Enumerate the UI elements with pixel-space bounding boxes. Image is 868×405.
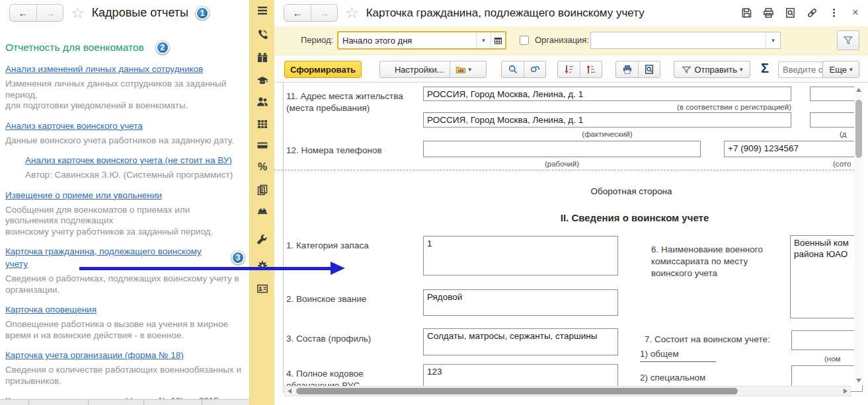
generate-button[interactable]: Сформировать (284, 61, 362, 78)
field-value[interactable]: РОССИЯ, Город Москва, Ленина, д. 1 (423, 112, 791, 128)
sections-sidebar: % (249, 0, 274, 405)
more-button[interactable]: Еще▾ (822, 61, 859, 78)
field-value[interactable]: 1 (423, 236, 618, 276)
field-value[interactable]: РОССИЯ, Город Москва, Ленина, д. 1 (423, 87, 791, 101)
step-badge-2: 2 (156, 41, 169, 54)
get-link-icon[interactable] (806, 7, 818, 18)
report-link[interactable]: Извещение о приеме или увольнении (5, 189, 245, 202)
percent-icon[interactable]: % (256, 161, 268, 173)
search-icon[interactable] (502, 61, 524, 77)
field-value[interactable] (423, 141, 701, 157)
settings-button[interactable]: Настройки... (389, 61, 450, 77)
page-title: Кадровые отчеты (92, 6, 188, 20)
sort-descending-icon[interactable] (559, 61, 580, 77)
nav-history-group: ← → (9, 4, 63, 22)
gift-icon[interactable] (256, 52, 268, 63)
hard-hat-icon[interactable] (256, 204, 268, 216)
field-value[interactable]: +7 (909) 1234567 (724, 141, 863, 157)
field-value[interactable] (791, 330, 863, 350)
filter-button[interactable] (837, 30, 859, 50)
report-link[interactable]: Анализ карточек воинского учета (5, 120, 245, 132)
report-link[interactable]: Анализ карточек воинского учета (не стои… (25, 154, 245, 166)
wrench-icon[interactable] (256, 234, 268, 246)
search-button-group (501, 61, 546, 78)
favorite-star-icon[interactable]: ☆ (71, 5, 85, 20)
employees-icon[interactable] (256, 96, 268, 108)
print-preview-icon[interactable] (784, 7, 796, 18)
field-label: 6. Наименование военного комиссариата по… (651, 244, 763, 279)
vertical-scroll-thumb[interactable] (855, 100, 862, 158)
period-dropdown-button[interactable]: ▾ (476, 32, 491, 48)
field-label: 2) специальном (640, 372, 705, 384)
scroll-down-arrow[interactable] (856, 379, 861, 383)
sum-button[interactable]: Σ (761, 61, 769, 76)
back-button[interactable]: ← (10, 5, 36, 21)
list-item: Анализ карточек воинского учета (не стои… (25, 154, 245, 181)
report-parameters-row: Период: ▾ Организация: ▾ (274, 26, 868, 55)
favorite-star-icon[interactable]: ☆ (345, 5, 359, 20)
menu-icon[interactable] (256, 5, 268, 17)
field-label: 2. Воинское звание (286, 293, 366, 305)
graduation-cap-icon[interactable] (256, 75, 268, 87)
print-preview-icon[interactable] (638, 61, 660, 77)
organization-input[interactable] (591, 32, 766, 48)
print-icon[interactable] (762, 7, 774, 18)
report-window: ← → ☆ Карточка гражданина, подлежащего в… (274, 0, 868, 405)
sort-ascending-icon[interactable] (580, 61, 602, 77)
clipped-table-edge (0, 399, 249, 405)
section-title: Отчетность для военкоматов (5, 42, 144, 54)
bank-card-icon[interactable] (256, 139, 268, 151)
print-icon[interactable] (617, 61, 638, 77)
organization-checkbox[interactable] (520, 36, 529, 45)
list-item: Карточка оповещения Оповещение работника… (5, 303, 245, 341)
close-icon[interactable]: × (849, 7, 861, 18)
report-link[interactable]: Карточка учета организации (форма № 18) (5, 349, 245, 361)
field-value[interactable]: Рядовой (423, 289, 618, 316)
field-label: 11. Адрес места жительства (места пребыв… (286, 91, 412, 114)
vertical-scrollbar[interactable] (854, 85, 864, 385)
period-calendar-button[interactable] (491, 32, 505, 48)
forward-button[interactable]: → (311, 5, 337, 21)
report-link[interactable]: Анализ изменений личных данных сотрудник… (5, 63, 245, 75)
documents-icon[interactable] (256, 184, 268, 196)
scroll-right-arrow[interactable] (844, 388, 848, 394)
list-item: Извещение о приеме или увольнении Сообще… (5, 189, 245, 238)
window-title: Карточка гражданина, подлежащего воинско… (366, 7, 645, 20)
back-side-caption: Оборотная сторона (539, 186, 724, 196)
field-caption: (фактический) (423, 130, 791, 138)
horizontal-scrollbar[interactable] (284, 386, 851, 396)
period-label: Период: (301, 35, 333, 45)
report-toolbar: Сформировать Настройки... ▾ (274, 55, 868, 83)
scroll-up-arrow[interactable] (856, 88, 861, 92)
list-item: Анализ карточек воинского учета Данные в… (5, 120, 245, 147)
pointer-arrow (79, 267, 331, 270)
send-button[interactable]: Отправить▾ (674, 61, 750, 78)
organization-dropdown-button[interactable]: ▾ (766, 32, 780, 48)
horizontal-scroll-thumb[interactable] (296, 388, 738, 394)
field-value[interactable]: Солдаты, матросы, сержанты, старшины (423, 328, 618, 355)
back-button[interactable]: ← (284, 5, 311, 21)
report-variants-button[interactable]: ▾ (450, 61, 477, 77)
more-menu-icon[interactable] (828, 7, 840, 18)
report-link[interactable]: Карточка оповещения (5, 303, 245, 316)
step-badge-1: 1 (196, 7, 209, 20)
forward-button[interactable]: → (36, 5, 63, 21)
search-next-icon[interactable] (524, 61, 545, 77)
sort-button-group (557, 61, 602, 78)
period-input[interactable] (338, 32, 476, 48)
phone-icon[interactable] (256, 28, 268, 40)
field-label: 1. Категория запаса (286, 240, 369, 252)
field-caption: (сото (833, 160, 851, 168)
field-caption: (ном (824, 355, 840, 363)
list-item: Карточка гражданина, подлежащего воинско… (5, 245, 245, 295)
field-caption: (в соответствии с регистрацией) (423, 103, 791, 111)
calendar-grid-icon[interactable] (256, 118, 268, 130)
settings-button-group: Настройки... ▾ (379, 61, 487, 78)
step-badge-3: 3 (231, 251, 245, 264)
contact-card-icon[interactable] (256, 283, 268, 295)
organization-label: Организация: (535, 35, 589, 45)
section-2-title: II. Сведения о воинском учете (535, 212, 734, 223)
save-icon[interactable] (740, 7, 752, 18)
field-value[interactable]: Военный ком района ЮАО (790, 235, 863, 318)
scroll-left-arrow[interactable] (288, 388, 292, 394)
